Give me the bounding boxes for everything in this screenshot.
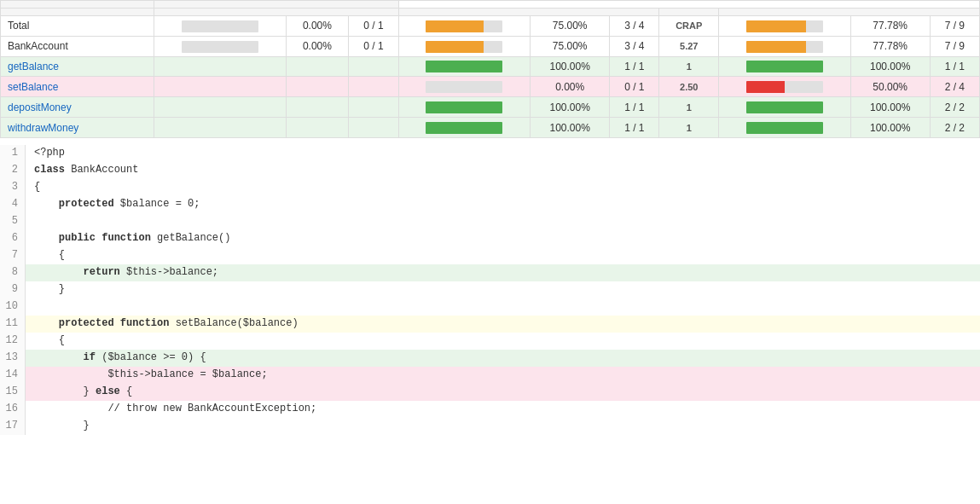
functions-ratio: 1 / 1 [610, 56, 659, 77]
classes-pct: 0.00% [286, 36, 349, 56]
table-row: depositMoney100.00%1 / 11100.00%2 / 2 [1, 97, 980, 118]
lines-bar-cell [719, 97, 851, 118]
classes-ratio [349, 77, 398, 97]
code-line: 9 } [0, 281, 980, 298]
functions-bar-cell [398, 97, 531, 118]
classes-ratio [349, 97, 398, 118]
classes-bar [182, 41, 258, 53]
crap-value: 2.50 [659, 77, 719, 97]
code-line: 16 // throw new BankAccountException; [0, 401, 980, 418]
line-number: 13 [0, 350, 26, 367]
lines-pct: 100.00% [850, 97, 930, 118]
table-row: getBalance100.00%1 / 11100.00%1 / 1 [1, 56, 980, 77]
row-name[interactable]: setBalance [1, 77, 154, 97]
classes-ratio: 0 / 1 [349, 16, 398, 37]
row-name[interactable]: getBalance [1, 56, 154, 77]
functions-bar [426, 61, 502, 72]
functions-methods-header [398, 9, 659, 16]
functions-bar-cell [398, 16, 531, 37]
line-content: if ($balance >= 0) { [26, 350, 980, 367]
functions-bar [426, 81, 502, 93]
lines-bar-cell [719, 16, 851, 37]
classes-pct [286, 118, 349, 138]
method-link[interactable]: withdrawMoney [8, 122, 78, 134]
line-number: 10 [0, 298, 26, 316]
functions-bar-cell [398, 56, 531, 77]
line-number: 2 [0, 162, 26, 179]
functions-ratio: 1 / 1 [610, 118, 659, 138]
code-line: 3{ [0, 179, 980, 196]
lines-bar [746, 61, 823, 72]
classes-bar-cell [154, 97, 287, 118]
code-line: 8 return $this->balance; [0, 264, 980, 281]
row-name[interactable]: depositMoney [1, 97, 154, 118]
classes-pct [286, 97, 349, 118]
line-content: { [26, 247, 980, 264]
lines-ratio: 2 / 2 [930, 97, 979, 118]
row-name[interactable]: withdrawMoney [1, 118, 154, 138]
lines-pct: 50.00% [850, 77, 930, 97]
line-content [26, 213, 980, 230]
line-number: 17 [0, 418, 26, 435]
line-content: // throw new BankAccountException; [26, 401, 980, 418]
functions-bar-cell [398, 118, 531, 138]
functions-pct: 0.00% [531, 77, 610, 97]
line-number: 11 [0, 316, 26, 333]
functions-pct: 75.00% [531, 16, 610, 37]
line-number: 12 [0, 333, 26, 350]
table-row: setBalance0.00%0 / 12.5050.00%2 / 4 [1, 77, 980, 97]
line-content [26, 298, 980, 316]
lines-bar [746, 122, 823, 134]
coverage-table: Total0.00%0 / 175.00%3 / 4CRAP77.78%7 / … [0, 0, 980, 138]
lines-ratio: 1 / 1 [930, 56, 979, 77]
functions-ratio: 1 / 1 [610, 97, 659, 118]
line-number: 15 [0, 384, 26, 401]
crap-value: CRAP [659, 16, 719, 37]
name-column-header [1, 9, 154, 16]
line-content: protected function setBalance($balance) [26, 316, 980, 333]
functions-pct: 100.00% [531, 97, 610, 118]
classes-ratio: 0 / 1 [349, 36, 398, 56]
classes-pct [286, 56, 349, 77]
line-number: 3 [0, 179, 26, 196]
crap-value: 1 [659, 97, 719, 118]
table-row: withdrawMoney100.00%1 / 11100.00%2 / 2 [1, 118, 980, 138]
lines-pct: 77.78% [850, 16, 930, 37]
classes-pct [286, 77, 349, 97]
classes-traits-header [154, 9, 399, 16]
line-number: 1 [0, 145, 26, 162]
method-link[interactable]: getBalance [8, 61, 59, 72]
functions-pct: 75.00% [531, 36, 610, 56]
line-number: 4 [0, 196, 26, 213]
code-section: 1<?php2class BankAccount3{4 protected $b… [0, 145, 980, 435]
method-link[interactable]: depositMoney [8, 101, 72, 113]
lines-bar [746, 20, 823, 32]
lines-bar-cell [719, 118, 851, 138]
functions-bar [426, 20, 502, 32]
code-line: 7 { [0, 247, 980, 264]
functions-bar-cell [398, 77, 531, 97]
code-line: 2class BankAccount [0, 162, 980, 179]
lines-ratio: 7 / 9 [930, 16, 979, 37]
line-number: 7 [0, 247, 26, 264]
functions-ratio: 0 / 1 [610, 77, 659, 97]
classes-bar [182, 20, 258, 32]
crap-value: 1 [659, 118, 719, 138]
functions-ratio: 3 / 4 [610, 16, 659, 37]
code-line: 11 protected function setBalance($balanc… [0, 316, 980, 333]
code-line: 6 public function getBalance() [0, 230, 980, 247]
classes-bar-cell [154, 16, 287, 37]
lines-bar-cell [719, 56, 851, 77]
line-content: class BankAccount [26, 162, 980, 179]
line-number: 6 [0, 230, 26, 247]
code-line: 15 } else { [0, 384, 980, 401]
classes-bar-cell [154, 77, 287, 97]
code-line: 10 [0, 298, 980, 316]
lines-ratio: 7 / 9 [930, 36, 979, 56]
functions-pct: 100.00% [531, 118, 610, 138]
classes-ratio [349, 118, 398, 138]
code-line: 4 protected $balance = 0; [0, 196, 980, 213]
method-link[interactable]: setBalance [8, 81, 58, 93]
classes-pct: 0.00% [286, 16, 349, 37]
line-number: 16 [0, 401, 26, 418]
